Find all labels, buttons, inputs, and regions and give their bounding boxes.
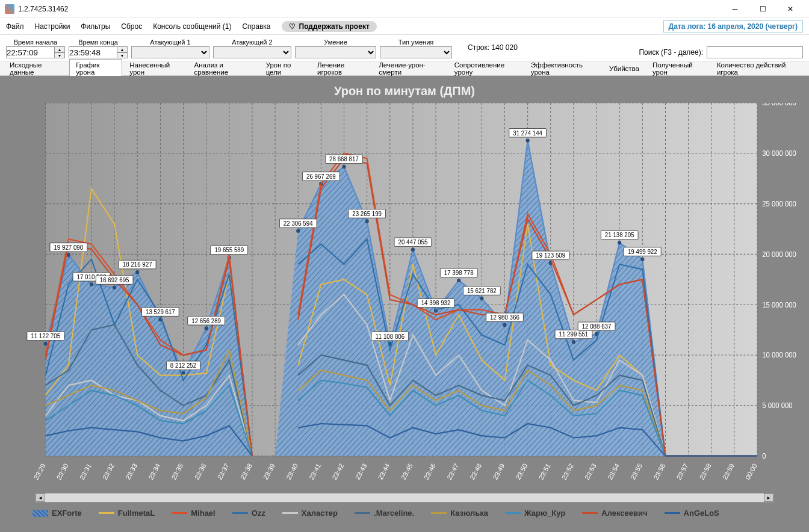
svg-text:22 306 594: 22 306 594 [284, 220, 313, 227]
tab-9[interactable]: Убийства [603, 63, 645, 74]
legend-item[interactable]: Mihael [172, 509, 215, 518]
svg-point-64 [572, 340, 575, 344]
svg-point-60 [480, 296, 483, 300]
svg-text:10 000 000: 10 000 000 [762, 351, 796, 359]
legend-item[interactable]: EXForte [33, 509, 82, 518]
legend-item[interactable]: FullmetaL [99, 509, 155, 518]
chevron-up-icon[interactable]: ▲ [117, 46, 128, 52]
support-button[interactable]: ♡ Поддержать проект [282, 21, 377, 32]
svg-text:23:30: 23:30 [55, 462, 69, 481]
svg-text:23:33: 23:33 [124, 462, 138, 481]
svg-text:23:55: 23:55 [629, 462, 643, 481]
svg-text:30 000 000: 30 000 000 [762, 149, 796, 157]
attacker2-label: Атакующий 2 [213, 39, 291, 46]
window-title: 1.2.7425.31462 [18, 5, 721, 13]
svg-text:26 967 269: 26 967 269 [306, 173, 336, 179]
minimize-button[interactable]: ─ [721, 0, 749, 18]
tab-10[interactable]: Полученный урон [646, 60, 710, 78]
legend-item[interactable]: AnGeLoS [665, 509, 719, 518]
svg-text:23:40: 23:40 [285, 462, 299, 481]
svg-point-54 [342, 165, 346, 169]
legend-item[interactable]: Казюлька [431, 509, 488, 518]
svg-point-45 [90, 282, 93, 286]
menu-filters[interactable]: Фильтры [81, 22, 110, 31]
attacker1-select[interactable] [131, 46, 209, 58]
menu-settings[interactable]: Настройки [35, 22, 70, 31]
svg-text:20 000 000: 20 000 000 [762, 250, 796, 258]
tab-11[interactable]: Количество действий игрока [711, 60, 805, 78]
svg-text:00:00: 00:00 [744, 462, 758, 481]
search-input[interactable] [707, 46, 803, 58]
chevron-down-icon[interactable]: ▼ [117, 52, 128, 58]
search-label: Поиск (F3 - далее): [639, 48, 703, 57]
svg-text:23:58: 23:58 [698, 462, 712, 481]
svg-text:23:43: 23:43 [354, 462, 368, 481]
svg-text:23:36: 23:36 [193, 462, 207, 481]
svg-point-57 [411, 248, 415, 252]
svg-text:23:35: 23:35 [170, 462, 184, 481]
svg-point-66 [618, 241, 621, 245]
svg-point-67 [640, 257, 644, 261]
tab-2[interactable]: Нанесенный урон [123, 60, 187, 78]
svg-text:23:45: 23:45 [400, 462, 414, 481]
tab-5[interactable]: Лечение игроков [311, 60, 371, 78]
menubar: Файл Настройки Фильтры Сброс Консоль соо… [0, 18, 809, 35]
svg-text:23:34: 23:34 [147, 462, 161, 481]
support-label: Поддержать проект [299, 22, 370, 31]
tab-3[interactable]: Анализ и сравнение [188, 60, 259, 78]
svg-text:23:37: 23:37 [216, 462, 230, 481]
svg-text:19 927 090: 19 927 090 [54, 244, 83, 250]
svg-text:15 621 782: 15 621 782 [467, 288, 497, 294]
legend-item[interactable]: Алексеевич [582, 509, 647, 518]
svg-text:23:41: 23:41 [308, 462, 322, 481]
svg-text:21 138 205: 21 138 205 [605, 232, 634, 238]
legend-item[interactable]: Ozz [232, 509, 265, 518]
chevron-up-icon[interactable]: ▲ [54, 46, 65, 52]
legend-item[interactable]: .Marceline. [355, 509, 414, 518]
scroll-left-button[interactable]: ◄ [36, 493, 45, 502]
svg-text:23:32: 23:32 [101, 462, 115, 481]
svg-text:5 000 000: 5 000 000 [762, 401, 793, 409]
chart-scrollbar[interactable]: ◄ ► [35, 493, 774, 503]
svg-text:23:56: 23:56 [652, 462, 666, 481]
time-start-input[interactable]: ▲▼ [6, 46, 65, 58]
menu-console[interactable]: Консоль сообщений (1) [153, 22, 231, 31]
attacker2-select[interactable] [213, 46, 291, 58]
tab-4[interactable]: Урон по цели [260, 60, 310, 78]
tab-8[interactable]: Эффективность урона [525, 60, 602, 78]
svg-text:23:39: 23:39 [262, 462, 276, 481]
tab-1[interactable]: График урона [69, 59, 122, 78]
svg-text:11 122 705: 11 122 705 [31, 333, 60, 339]
skill-type-select[interactable] [380, 46, 452, 58]
svg-point-62 [526, 138, 530, 143]
svg-text:15 000 000: 15 000 000 [762, 300, 796, 308]
tab-7[interactable]: Сопротивление урону [448, 60, 524, 78]
svg-text:12 656 289: 12 656 289 [191, 317, 221, 324]
skill-select[interactable] [295, 46, 376, 58]
chevron-down-icon[interactable]: ▼ [54, 52, 65, 58]
menu-reset[interactable]: Сброс [121, 22, 142, 31]
menu-help[interactable]: Справка [242, 22, 270, 31]
svg-text:23:44: 23:44 [377, 462, 391, 481]
filter-bar: Время начала ▲▼ Время конца ▲▼ Атакующий… [0, 35, 809, 61]
tab-6[interactable]: Лечение-урон-смерти [373, 60, 447, 78]
svg-text:23:51: 23:51 [538, 462, 551, 481]
time-end-input[interactable]: ▲▼ [69, 46, 128, 58]
maximize-button[interactable]: ☐ [749, 0, 776, 18]
log-date: Дата лога: 16 апреля, 2020 (четверг) [663, 20, 803, 32]
scroll-right-button[interactable]: ► [764, 493, 773, 502]
svg-text:12 088 637: 12 088 637 [582, 323, 612, 330]
legend: EXForteFullmetaLMihaelOzzХаластер.Marcel… [8, 503, 801, 524]
svg-text:23:31: 23:31 [78, 462, 92, 481]
svg-text:19 123 509: 19 123 509 [536, 252, 565, 259]
svg-text:20 447 055: 20 447 055 [398, 239, 428, 246]
svg-point-55 [365, 219, 369, 223]
svg-text:23:50: 23:50 [515, 462, 528, 481]
close-button[interactable]: ✕ [776, 0, 804, 18]
menu-file[interactable]: Файл [6, 22, 24, 31]
chart-plot[interactable]: 11 122 70519 927 09017 010 56816 692 695… [8, 103, 801, 489]
tab-0[interactable]: Исходные данные [4, 60, 68, 78]
legend-item[interactable]: Халастер [282, 509, 338, 518]
time-start-label: Время начала [6, 39, 65, 46]
legend-item[interactable]: Жарю_Кур [505, 509, 565, 518]
